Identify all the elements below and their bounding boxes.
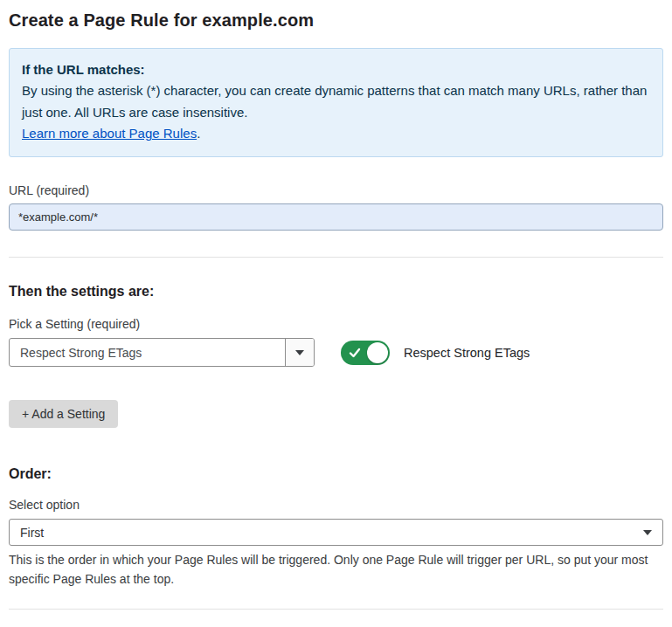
divider: [9, 609, 663, 610]
info-box-heading: If the URL matches:: [22, 59, 650, 80]
chevron-down-icon: [295, 350, 304, 355]
url-label: URL (required): [9, 183, 663, 197]
setting-select-value: Respect Strong ETags: [10, 339, 285, 366]
order-select-value: First: [20, 526, 643, 540]
pick-setting-label: Pick a Setting (required): [9, 317, 663, 331]
link-period: .: [197, 126, 200, 141]
check-icon: [349, 347, 361, 359]
setting-select-dropdown-button[interactable]: [285, 339, 314, 366]
order-help-text: This is the order in which your Page Rul…: [9, 551, 660, 589]
url-input[interactable]: [9, 203, 663, 231]
url-match-info-box: If the URL matches: By using the asteris…: [9, 48, 663, 157]
order-select-label: Select option: [9, 498, 663, 512]
chevron-down-icon: [643, 530, 652, 535]
toggle-label: Respect Strong ETags: [404, 346, 530, 360]
setting-select[interactable]: Respect Strong ETags: [9, 338, 315, 367]
etags-toggle[interactable]: [341, 341, 390, 365]
toggle-knob: [367, 342, 388, 363]
info-box-body: By using the asterisk (*) character, you…: [22, 80, 650, 123]
setting-row: Respect Strong ETags Respect Strong ETag…: [9, 338, 663, 367]
order-select[interactable]: First: [9, 519, 663, 546]
learn-more-link[interactable]: Learn more about Page Rules: [22, 126, 197, 141]
divider: [9, 257, 663, 258]
footer-actions: Cancel Save as Draft Save and Deploy Pag…: [9, 622, 663, 627]
add-setting-button[interactable]: + Add a Setting: [9, 400, 118, 428]
page-title: Create a Page Rule for example.com: [9, 10, 663, 31]
settings-heading: Then the settings are:: [9, 284, 663, 300]
info-box-link-row: Learn more about Page Rules.: [22, 123, 650, 144]
order-heading: Order:: [9, 466, 663, 482]
